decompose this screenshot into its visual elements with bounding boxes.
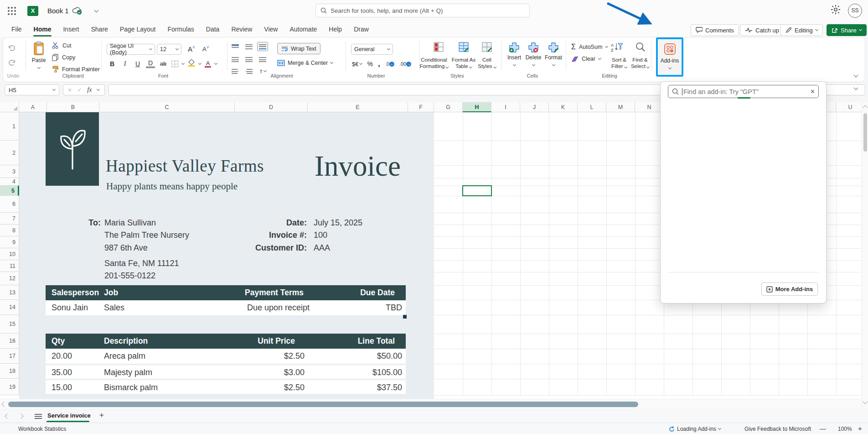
items-table[interactable]: QtyDescriptionUnit PriceLine Total20.00A… xyxy=(46,334,406,394)
conditional-formatting-button[interactable] xyxy=(429,42,444,54)
next-sheet-icon[interactable] xyxy=(18,413,23,418)
autosum-button[interactable]: Σ AutoSum xyxy=(571,43,608,51)
sales-header-cell[interactable]: Due Date xyxy=(360,285,395,300)
sales-cell[interactable]: Sales xyxy=(104,300,124,315)
find-select-button[interactable] xyxy=(636,42,646,54)
date-label[interactable]: Date: xyxy=(228,218,307,228)
scroll-down-icon[interactable] xyxy=(863,399,868,404)
conditional-formatting-label[interactable]: Conditional Formatting xyxy=(419,57,448,69)
catch-up-button[interactable]: Catch up xyxy=(740,24,784,36)
cell-styles-label[interactable]: Cell Styles xyxy=(478,57,496,69)
addins-button[interactable]: Add-ins xyxy=(658,40,681,74)
column-header-H[interactable]: H xyxy=(463,102,491,112)
row-header-14[interactable]: 14 xyxy=(0,300,19,315)
scroll-left-icon[interactable] xyxy=(1,402,6,407)
row-header-2[interactable]: 2 xyxy=(0,141,19,165)
workbook-statistics-button[interactable]: Workbook Statistics xyxy=(18,426,66,432)
sort-filter-label[interactable]: Sort & Filter xyxy=(611,57,627,69)
wrap-text-button[interactable]: Wrap Text xyxy=(277,43,320,54)
title-chevron-down-icon[interactable] xyxy=(94,8,99,13)
middle-align-button[interactable] xyxy=(243,42,254,51)
items-cell[interactable]: $37.50 xyxy=(377,380,402,395)
vertical-scroll-thumb[interactable] xyxy=(863,113,867,152)
format-as-table-label[interactable]: Format As Table xyxy=(452,57,475,69)
column-header-E[interactable]: E xyxy=(308,102,408,112)
menu-view[interactable]: View xyxy=(258,23,284,36)
menu-review[interactable]: Review xyxy=(225,23,258,36)
column-header-M[interactable]: M xyxy=(606,102,635,112)
font-size-combo[interactable]: 12 xyxy=(157,44,181,55)
menu-data[interactable]: Data xyxy=(200,23,226,36)
zoom-level[interactable]: 100% xyxy=(838,426,852,432)
items-cell[interactable]: 15.00 xyxy=(52,380,72,395)
horizontal-scroll-thumb[interactable] xyxy=(8,402,638,407)
row-header-3[interactable]: 3 xyxy=(0,165,19,178)
items-cell[interactable]: $3.00 xyxy=(284,365,305,380)
format-painter-button[interactable]: Format Painter xyxy=(52,66,100,73)
column-header-K[interactable]: K xyxy=(549,102,578,112)
row-header-8[interactable]: 8 xyxy=(0,225,19,236)
number-format-combo[interactable]: General xyxy=(351,44,393,55)
decrease-decimal-button[interactable]: .0← xyxy=(385,61,394,67)
delete-cells-button[interactable]: Delete xyxy=(524,42,543,67)
company-name[interactable]: Happiest Valley Farms xyxy=(106,156,264,176)
sort-filter-button[interactable]: AZ xyxy=(611,42,623,55)
to-line[interactable]: The Palm Tree Nursery xyxy=(104,230,189,240)
to-line[interactable]: Santa Fe, NM 11121 xyxy=(104,259,179,268)
row-header-13[interactable]: 13 xyxy=(0,285,19,300)
percent-format-button[interactable]: % xyxy=(367,60,372,68)
clear-button[interactable]: Clear xyxy=(571,56,601,62)
menu-share[interactable]: Share xyxy=(85,23,114,36)
select-all-corner[interactable] xyxy=(0,102,19,112)
to-line[interactable]: 987 6th Ave xyxy=(104,243,148,253)
items-cell[interactable]: $105.00 xyxy=(372,365,402,380)
align-center-button[interactable] xyxy=(243,55,254,64)
row-header-12[interactable]: 12 xyxy=(0,272,19,285)
row-header-18[interactable]: 18 xyxy=(0,364,19,379)
customer-id-value[interactable]: AAA xyxy=(314,243,330,253)
vertical-scrollbar[interactable] xyxy=(862,102,868,409)
shrink-font-button[interactable]: A˅ xyxy=(202,45,209,52)
menu-insert[interactable]: Insert xyxy=(57,23,85,36)
menu-page-layout[interactable]: Page Layout xyxy=(114,23,162,36)
paste-button[interactable]: Paste xyxy=(28,41,49,70)
items-cell[interactable]: $2.50 xyxy=(284,349,305,364)
zoom-in-button[interactable]: + xyxy=(858,424,862,432)
zoom-out-button[interactable]: — xyxy=(820,425,826,432)
menu-automate[interactable]: Automate xyxy=(284,23,323,36)
bottom-align-button[interactable] xyxy=(257,42,268,51)
redo-icon[interactable] xyxy=(7,58,16,67)
cell-styles-button[interactable] xyxy=(482,42,492,54)
items-cell[interactable]: Areca palm xyxy=(104,349,145,364)
items-header-cell[interactable]: Qty xyxy=(52,334,65,349)
cloud-saved-icon[interactable] xyxy=(72,6,83,16)
waffle-menu-icon[interactable] xyxy=(7,6,16,16)
customer-id-label[interactable]: Customer ID: xyxy=(228,243,307,253)
find-select-label[interactable]: Find & Select xyxy=(631,57,649,69)
format-as-table-button[interactable] xyxy=(459,42,469,54)
column-header-F[interactable]: F xyxy=(408,102,434,112)
align-right-button[interactable] xyxy=(257,55,268,64)
borders-button[interactable] xyxy=(171,61,178,67)
table-resize-handle[interactable] xyxy=(403,315,407,319)
grow-font-button[interactable]: A˄ xyxy=(188,45,195,53)
global-search-input[interactable]: Search for tools, help, and more (Alt + … xyxy=(315,4,530,17)
cut-button[interactable]: Cut xyxy=(52,42,71,49)
items-cell[interactable]: 35.00 xyxy=(52,365,72,380)
horizontal-scrollbar[interactable] xyxy=(0,400,862,409)
items-cell[interactable]: 20.00 xyxy=(52,349,72,364)
increase-indent-button[interactable]: › xyxy=(243,67,254,76)
decrease-indent-button[interactable]: ‹ xyxy=(230,67,241,76)
items-header-cell[interactable]: Unit Price xyxy=(258,334,295,349)
clear-search-icon[interactable]: × xyxy=(811,88,815,96)
cancel-icon[interactable]: × xyxy=(68,86,72,94)
menu-home[interactable]: Home xyxy=(28,23,57,36)
row-header-19[interactable]: 19 xyxy=(0,379,19,395)
row-header-11[interactable]: 11 xyxy=(0,260,19,272)
font-name-combo[interactable]: Segoe UI (Body) xyxy=(107,44,155,55)
row-header-6[interactable]: 6 xyxy=(0,196,19,213)
orientation-button[interactable]: ⇗ xyxy=(257,67,268,76)
column-header-A[interactable]: A xyxy=(19,102,47,112)
items-header-cell[interactable]: Line Total xyxy=(358,334,395,349)
items-header-cell[interactable]: Description xyxy=(104,334,148,349)
